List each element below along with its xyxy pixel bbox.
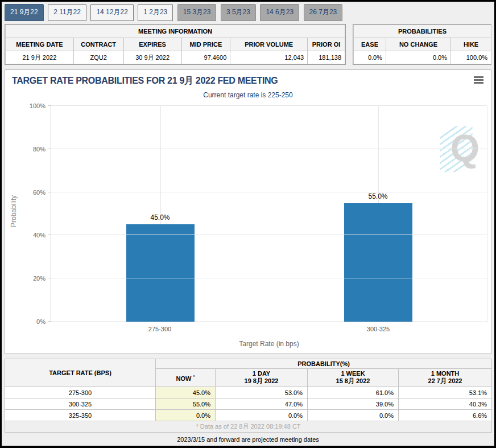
- target-rate-chart-panel: TARGET RATE PROBABILITIES FOR 21 9月 2022…: [5, 69, 491, 354]
- target-rate-bps-header: TARGET RATE (BPS): [5, 359, 156, 387]
- now-header: NOW *: [156, 369, 216, 387]
- bar-slot-300-325: 55.0%: [344, 106, 412, 322]
- week-cell: 0.0%: [308, 410, 399, 421]
- hike-value: 100.0%: [451, 51, 491, 64]
- y-tick-mark: [48, 321, 51, 322]
- expires-value: 30 9月 2022: [123, 51, 181, 64]
- meeting-info-header-row: MEETING DATE CONTRACT EXPIRES MID PRICE …: [6, 38, 345, 51]
- week-cell: 39.0%: [308, 398, 399, 410]
- tab-meeting-5[interactable]: 3 5月23: [221, 4, 256, 21]
- col-contract: CONTRACT: [73, 38, 123, 51]
- bt-group-header-row: TARGET RATE (BPS) PROBABILITY(%): [5, 359, 492, 369]
- probabilities-title: PROBABILITIES: [354, 25, 491, 38]
- day-cell: 53.0%: [216, 387, 308, 398]
- tab-meeting-0[interactable]: 21 9月22: [5, 4, 44, 21]
- x-axis-title: Target Rate (in bps): [51, 340, 487, 348]
- day-cell: 47.0%: [216, 398, 308, 410]
- y-tick-mark: [48, 192, 51, 192]
- table-row: 275-300 45.0% 53.0% 61.0% 53.1%: [5, 387, 492, 398]
- y-tick-label: 0%: [36, 318, 46, 325]
- probabilities-panel: PROBABILITIES EASE NO CHANGE HIKE 0.0% 0…: [353, 24, 491, 65]
- chart-subtitle: Current target rate is 225-250: [5, 87, 491, 99]
- col-ease: EASE: [354, 38, 386, 51]
- day-cell: 0.0%: [216, 410, 308, 421]
- tab-meeting-3[interactable]: 1 2月23: [138, 4, 173, 21]
- x-category-label: 300-325: [367, 326, 390, 332]
- bar-data-label: 55.0%: [344, 192, 412, 200]
- y-tick-label: 40%: [33, 232, 46, 239]
- probability-pct-header: PROBABILITY(%): [156, 359, 492, 369]
- prior-volume-value: 12,043: [230, 51, 308, 64]
- data-as-of-note: * Data as of 22 8月 2022 08:19:48 CT: [5, 421, 492, 433]
- now-cell: 55.0%: [156, 398, 216, 410]
- y-tick-mark: [48, 149, 51, 149]
- meeting-information-panel: MEETING INFORMATION MEETING DATE CONTRAC…: [5, 24, 346, 65]
- prior-oi-value: 181,138: [308, 51, 345, 64]
- rate-cell: 300-325: [5, 398, 156, 410]
- tab-meeting-7[interactable]: 26 7月23: [304, 4, 343, 21]
- col-no-change: NO CHANGE: [386, 38, 451, 51]
- meeting-info-value-row: 21 9月 2022 ZQU2 30 9月 2022 97.4600 12,04…: [6, 51, 345, 64]
- y-gridline: [51, 235, 487, 235]
- one-week-header: 1 WEEK15 8月 2022: [308, 369, 399, 387]
- hamburger-icon: [474, 82, 483, 84]
- meeting-information-table: MEETING INFORMATION MEETING DATE CONTRAC…: [5, 24, 345, 64]
- y-tick-label: 60%: [33, 189, 46, 196]
- no-change-value: 0.0%: [386, 51, 451, 64]
- mid-price-value: 97.4600: [181, 51, 230, 64]
- hamburger-icon: [474, 76, 483, 78]
- col-hike: HIKE: [451, 38, 491, 51]
- chart-menu-button[interactable]: [474, 76, 483, 85]
- bar-slot-275-300: 45.0%: [126, 106, 195, 322]
- meeting-information-title: MEETING INFORMATION: [6, 25, 345, 38]
- data-as-of-row: * Data as of 22 8月 2022 08:19:48 CT: [5, 421, 492, 433]
- now-cell: 0.0%: [156, 410, 216, 421]
- chart-title: TARGET RATE PROBABILITIES FOR 21 9月 2022…: [5, 70, 491, 87]
- y-tick-mark: [48, 278, 51, 278]
- tab-meeting-1[interactable]: 2 11月22: [48, 4, 86, 21]
- top-info-row: MEETING INFORMATION MEETING DATE CONTRAC…: [2, 20, 494, 65]
- fedwatch-page: 21 9月22 2 11月22 14 12月22 1 2月23 15 3月23 …: [2, 2, 494, 446]
- probability-table-wrap: TARGET RATE (BPS) PROBABILITY(%) NOW * 1…: [5, 359, 491, 433]
- probability-history-table: TARGET RATE (BPS) PROBABILITY(%) NOW * 1…: [5, 359, 492, 433]
- probabilities-value-row: 0.0% 0.0% 100.0%: [354, 51, 491, 64]
- y-tick-mark: [48, 235, 51, 235]
- x-category-label: 275-300: [148, 326, 171, 332]
- rate-cell: 325-350: [5, 410, 156, 421]
- bar-275-300[interactable]: [126, 224, 195, 322]
- chart-body: Q Probability 45.0% 55.0% 0%20%40%60%80%…: [5, 99, 491, 355]
- contract-value: ZQU2: [73, 51, 123, 64]
- y-tick-mark: [48, 105, 51, 106]
- probabilities-header-row: EASE NO CHANGE HIKE: [354, 38, 491, 51]
- month-cell: 6.6%: [399, 410, 492, 421]
- hamburger-icon: [474, 79, 483, 81]
- tab-meeting-4[interactable]: 15 3月23: [177, 4, 217, 21]
- y-gridline: [51, 278, 487, 278]
- col-prior-volume: PRIOR VOLUME: [230, 38, 308, 51]
- bar-data-label: 45.0%: [126, 213, 195, 221]
- y-tick-label: 20%: [33, 275, 46, 282]
- month-cell: 40.3%: [399, 398, 492, 410]
- bar-300-325[interactable]: [344, 203, 412, 322]
- projected-dates-note: 2023/3/15 and forward are projected meet…: [2, 433, 494, 443]
- y-axis-title: Probability: [10, 186, 18, 237]
- tab-meeting-6[interactable]: 14 6月23: [260, 4, 299, 21]
- y-tick-label: 80%: [33, 146, 46, 153]
- y-gridline: [51, 192, 487, 192]
- month-cell: 53.1%: [399, 387, 492, 398]
- probabilities-table: PROBABILITIES EASE NO CHANGE HIKE 0.0% 0…: [353, 24, 491, 64]
- ease-value: 0.0%: [354, 51, 386, 64]
- one-day-header: 1 DAY19 8月 2022: [216, 369, 308, 387]
- tab-meeting-2[interactable]: 14 12月22: [90, 4, 133, 21]
- table-row: 300-325 55.0% 47.0% 39.0% 40.3%: [5, 398, 492, 410]
- col-prior-oi: PRIOR OI: [308, 38, 345, 51]
- meeting-date-tabbar: 21 9月22 2 11月22 14 12月22 1 2月23 15 3月23 …: [2, 2, 494, 20]
- rate-cell: 275-300: [5, 387, 156, 398]
- y-gridline: [51, 149, 487, 149]
- meeting-date-value: 21 9月 2022: [6, 51, 74, 64]
- table-row: 325-350 0.0% 0.0% 0.0% 6.6%: [5, 410, 492, 421]
- col-meeting-date: MEETING DATE: [6, 38, 74, 51]
- one-month-header: 1 MONTH22 7月 2022: [399, 369, 492, 387]
- col-mid-price: MID PRICE: [181, 38, 230, 51]
- week-cell: 61.0%: [308, 387, 399, 398]
